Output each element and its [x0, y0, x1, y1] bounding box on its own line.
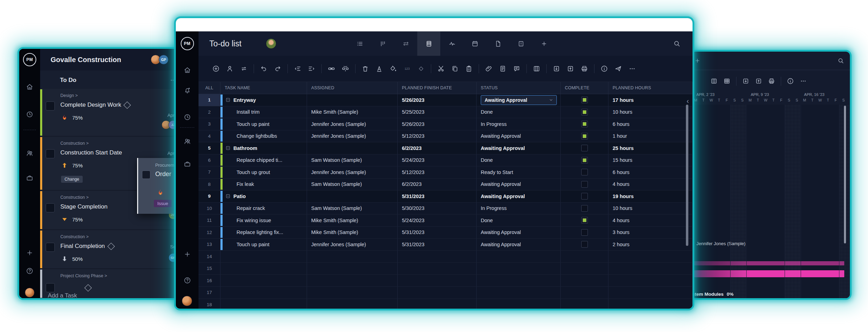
- add-task-button[interactable]: Add a Task: [48, 292, 77, 298]
- complete-cell[interactable]: [561, 154, 608, 166]
- complete-cell[interactable]: [561, 142, 608, 154]
- finish-date-cell[interactable]: 5/31/2023: [398, 190, 477, 202]
- column-header[interactable]: STATUS: [477, 82, 561, 94]
- finish-date-cell[interactable]: 6/2/2023: [398, 142, 477, 154]
- status-cell[interactable]: Awaiting Approval: [477, 190, 561, 202]
- tab-calendar-view[interactable]: [463, 31, 486, 56]
- task-name-cell[interactable]: [220, 263, 307, 274]
- complete-checkbox[interactable]: [581, 133, 588, 139]
- row-number[interactable]: 14: [199, 251, 220, 263]
- column-header[interactable]: COMPLETE: [561, 82, 608, 94]
- task-name-cell[interactable]: Touch up paint: [220, 239, 307, 250]
- planned-hours-cell[interactable]: 4 hours: [608, 179, 693, 190]
- minus-box-icon[interactable]: [225, 145, 231, 151]
- finish-date-cell[interactable]: 5/31/2023: [398, 239, 477, 250]
- search-icon[interactable]: [837, 57, 844, 64]
- finish-date-cell[interactable]: 5/26/2023: [398, 94, 477, 106]
- card-checkbox[interactable]: [46, 149, 55, 158]
- project-avatar[interactable]: [266, 38, 276, 49]
- status-cell[interactable]: Done: [477, 154, 561, 166]
- row-number[interactable]: 13: [199, 239, 220, 250]
- import-icon[interactable]: [553, 65, 560, 73]
- complete-checkbox[interactable]: [581, 217, 588, 224]
- column-header[interactable]: PLANNED FINISH DATE: [398, 82, 477, 94]
- task-name-cell[interactable]: Touch up paint: [220, 118, 307, 130]
- clock-icon[interactable]: [184, 113, 191, 121]
- users-icon[interactable]: [26, 149, 33, 157]
- complete-cell[interactable]: [561, 190, 608, 202]
- dragged-card[interactable]: Procurem Order Issue: [137, 158, 180, 214]
- search-icon[interactable]: [673, 40, 681, 47]
- row-number[interactable]: 10: [199, 203, 220, 214]
- row-number[interactable]: 18: [199, 299, 220, 309]
- home-icon[interactable]: [184, 66, 191, 74]
- outdent-icon[interactable]: [294, 65, 301, 73]
- undo-icon[interactable]: [260, 65, 268, 73]
- card-breadcrumb[interactable]: Design >: [60, 93, 78, 98]
- status-cell[interactable]: Awaiting Approval: [477, 239, 561, 250]
- assigned-cell[interactable]: [307, 190, 398, 202]
- card-checkbox[interactable]: [46, 203, 55, 212]
- complete-cell[interactable]: [561, 263, 608, 274]
- status-cell[interactable]: Awaiting Approval: [477, 142, 561, 154]
- row-number[interactable]: 11: [199, 214, 220, 226]
- complete-cell[interactable]: [561, 227, 608, 239]
- planned-hours-cell[interactable]: 15 hours: [608, 154, 693, 166]
- complete-cell[interactable]: [561, 106, 608, 118]
- complete-cell[interactable]: [561, 179, 608, 190]
- task-name-cell[interactable]: Fix wiring issue: [220, 214, 307, 226]
- complete-cell[interactable]: [561, 166, 608, 178]
- complete-cell[interactable]: [561, 251, 608, 263]
- tab-list-view[interactable]: [348, 31, 371, 56]
- assigned-cell[interactable]: [307, 275, 398, 287]
- complete-cell[interactable]: [561, 287, 608, 299]
- notes-icon[interactable]: [499, 65, 507, 73]
- vertical-scrollbar[interactable]: [844, 106, 846, 243]
- status-cell[interactable]: Awaiting Approval: [477, 179, 561, 190]
- repeat-icon[interactable]: [240, 65, 248, 73]
- column-header[interactable]: ALL: [199, 82, 220, 94]
- tab-add-view[interactable]: [532, 31, 555, 56]
- task-card[interactable]: Construction >Final Completion50%SepGP: [40, 230, 180, 269]
- assigned-cell[interactable]: Sam Watson (Sample): [307, 179, 398, 190]
- complete-checkbox[interactable]: [581, 229, 588, 236]
- status-cell[interactable]: [477, 263, 561, 274]
- card-checkbox[interactable]: [46, 283, 55, 292]
- comment-icon[interactable]: [513, 65, 521, 73]
- assigned-cell[interactable]: Jennifer Jones (Sample): [307, 239, 398, 250]
- assigned-cell[interactable]: Jennifer Jones (Sample): [307, 118, 398, 130]
- row-number[interactable]: 4: [199, 130, 220, 142]
- assigned-cell[interactable]: Sam Watson (Sample): [307, 203, 398, 214]
- complete-cell[interactable]: [561, 118, 608, 130]
- clock-icon[interactable]: [26, 111, 33, 118]
- row-number[interactable]: 17: [199, 287, 220, 299]
- plus-icon[interactable]: [184, 250, 191, 258]
- redo-icon[interactable]: [274, 65, 282, 73]
- briefcase-icon[interactable]: [26, 174, 33, 182]
- status-cell[interactable]: Done: [477, 214, 561, 226]
- collapse-panel-arrow[interactable]: ‹: [687, 97, 689, 105]
- columns-icon[interactable]: [710, 77, 718, 85]
- finish-date-cell[interactable]: [398, 275, 477, 287]
- complete-cell[interactable]: [561, 203, 608, 214]
- task-name-cell[interactable]: Replace chipped ti...: [220, 154, 307, 166]
- task-name-cell[interactable]: [220, 251, 307, 263]
- planned-hours-cell[interactable]: [608, 251, 693, 263]
- assigned-cell[interactable]: [307, 142, 398, 154]
- complete-checkbox[interactable]: [581, 181, 588, 188]
- row-number[interactable]: 7: [199, 166, 220, 178]
- vertical-scrollbar[interactable]: [686, 105, 688, 246]
- gantt-bar-magenta[interactable]: [692, 261, 844, 265]
- minus-box-icon[interactable]: [225, 97, 231, 103]
- finish-date-cell[interactable]: 5/24/2023: [398, 154, 477, 166]
- font-icon[interactable]: [375, 65, 383, 73]
- status-cell[interactable]: In Progress: [477, 118, 561, 130]
- assigned-cell[interactable]: [307, 94, 398, 106]
- planned-hours-cell[interactable]: 6 hours: [608, 118, 693, 130]
- complete-checkbox[interactable]: [581, 205, 588, 212]
- status-cell[interactable]: In Progress: [477, 203, 561, 214]
- trash-icon[interactable]: [361, 65, 369, 73]
- column-header[interactable]: ASSIGNED: [307, 82, 398, 94]
- planned-hours-cell[interactable]: 10 hours: [608, 203, 693, 214]
- assigned-cell[interactable]: [307, 299, 398, 309]
